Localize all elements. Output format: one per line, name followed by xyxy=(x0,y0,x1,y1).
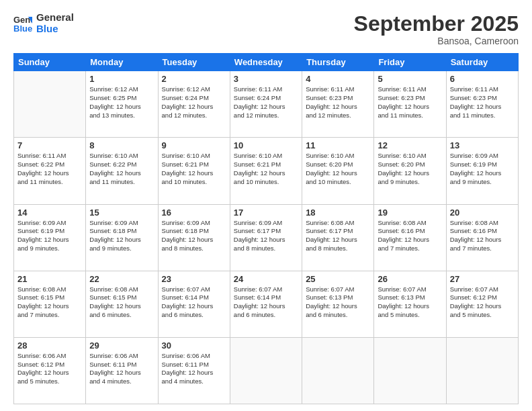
calendar-cell: 4Sunrise: 6:11 AM Sunset: 6:23 PM Daylig… xyxy=(302,71,374,138)
calendar-cell: 30Sunrise: 6:06 AM Sunset: 6:11 PM Dayli… xyxy=(158,337,230,404)
cell-sun-info: Sunrise: 6:11 AM Sunset: 6:23 PM Dayligh… xyxy=(306,85,370,120)
day-number: 16 xyxy=(162,208,226,218)
cell-sun-info: Sunrise: 6:09 AM Sunset: 6:18 PM Dayligh… xyxy=(89,219,154,253)
day-number: 23 xyxy=(162,274,226,284)
day-number: 29 xyxy=(89,340,154,351)
calendar-cell: 19Sunrise: 6:08 AM Sunset: 6:16 PM Dayli… xyxy=(374,204,446,271)
logo-general: General xyxy=(36,12,74,24)
calendar-cell: 26Sunrise: 6:07 AM Sunset: 6:13 PM Dayli… xyxy=(374,271,446,337)
day-number: 19 xyxy=(378,208,442,218)
cell-sun-info: Sunrise: 6:11 AM Sunset: 6:24 PM Dayligh… xyxy=(234,85,298,120)
col-header-tuesday: Tuesday xyxy=(158,54,230,71)
cell-sun-info: Sunrise: 6:06 AM Sunset: 6:11 PM Dayligh… xyxy=(89,352,154,386)
cell-sun-info: Sunrise: 6:07 AM Sunset: 6:13 PM Dayligh… xyxy=(306,285,370,320)
calendar-cell xyxy=(302,337,374,404)
day-number: 26 xyxy=(378,274,442,284)
calendar-cell: 20Sunrise: 6:08 AM Sunset: 6:16 PM Dayli… xyxy=(446,204,518,271)
cell-sun-info: Sunrise: 6:09 AM Sunset: 6:19 PM Dayligh… xyxy=(450,152,515,186)
day-number: 13 xyxy=(450,140,515,150)
calendar-cell: 17Sunrise: 6:09 AM Sunset: 6:17 PM Dayli… xyxy=(230,204,302,271)
month-title: September 2025 xyxy=(354,12,519,36)
day-number: 1 xyxy=(89,74,154,84)
calendar-cell: 25Sunrise: 6:07 AM Sunset: 6:13 PM Dayli… xyxy=(302,271,374,337)
day-number: 28 xyxy=(17,340,82,351)
cell-sun-info: Sunrise: 6:08 AM Sunset: 6:15 PM Dayligh… xyxy=(17,285,82,320)
day-number: 2 xyxy=(162,74,226,84)
cell-sun-info: Sunrise: 6:09 AM Sunset: 6:19 PM Dayligh… xyxy=(17,219,82,253)
logo: General Blue General Blue xyxy=(13,12,74,34)
day-number: 6 xyxy=(450,74,515,84)
calendar-cell: 21Sunrise: 6:08 AM Sunset: 6:15 PM Dayli… xyxy=(14,271,86,337)
calendar-cell: 5Sunrise: 6:11 AM Sunset: 6:23 PM Daylig… xyxy=(374,71,446,138)
cell-sun-info: Sunrise: 6:10 AM Sunset: 6:20 PM Dayligh… xyxy=(378,152,442,186)
day-number: 10 xyxy=(234,140,298,150)
page: General Blue General Blue September 2025… xyxy=(0,0,532,411)
cell-sun-info: Sunrise: 6:06 AM Sunset: 6:11 PM Dayligh… xyxy=(162,352,226,386)
calendar-cell: 11Sunrise: 6:10 AM Sunset: 6:20 PM Dayli… xyxy=(302,138,374,204)
col-header-wednesday: Wednesday xyxy=(230,54,302,71)
day-number: 14 xyxy=(17,208,82,218)
cell-sun-info: Sunrise: 6:08 AM Sunset: 6:16 PM Dayligh… xyxy=(378,219,442,253)
calendar-cell xyxy=(14,71,86,138)
day-number: 21 xyxy=(17,274,82,284)
calendar-cell: 12Sunrise: 6:10 AM Sunset: 6:20 PM Dayli… xyxy=(374,138,446,204)
cell-sun-info: Sunrise: 6:12 AM Sunset: 6:25 PM Dayligh… xyxy=(89,85,154,120)
calendar-header-row: SundayMondayTuesdayWednesdayThursdayFrid… xyxy=(14,54,519,71)
calendar-cell: 23Sunrise: 6:07 AM Sunset: 6:14 PM Dayli… xyxy=(158,271,230,337)
cell-sun-info: Sunrise: 6:06 AM Sunset: 6:12 PM Dayligh… xyxy=(17,352,82,386)
calendar-cell: 15Sunrise: 6:09 AM Sunset: 6:18 PM Dayli… xyxy=(86,204,158,271)
calendar-cell: 24Sunrise: 6:07 AM Sunset: 6:14 PM Dayli… xyxy=(230,271,302,337)
day-number: 8 xyxy=(89,140,154,150)
col-header-friday: Friday xyxy=(374,54,446,71)
col-header-saturday: Saturday xyxy=(446,54,518,71)
week-row-5: 28Sunrise: 6:06 AM Sunset: 6:12 PM Dayli… xyxy=(14,337,519,404)
cell-sun-info: Sunrise: 6:07 AM Sunset: 6:14 PM Dayligh… xyxy=(234,285,298,320)
calendar-cell xyxy=(230,337,302,404)
calendar-cell: 3Sunrise: 6:11 AM Sunset: 6:24 PM Daylig… xyxy=(230,71,302,138)
calendar-cell: 29Sunrise: 6:06 AM Sunset: 6:11 PM Dayli… xyxy=(86,337,158,404)
cell-sun-info: Sunrise: 6:10 AM Sunset: 6:21 PM Dayligh… xyxy=(162,152,226,186)
cell-sun-info: Sunrise: 6:08 AM Sunset: 6:15 PM Dayligh… xyxy=(89,285,154,320)
col-header-sunday: Sunday xyxy=(14,54,86,71)
calendar-cell xyxy=(446,337,518,404)
day-number: 30 xyxy=(162,340,226,351)
day-number: 11 xyxy=(306,140,370,150)
day-number: 20 xyxy=(450,208,515,218)
calendar-cell: 10Sunrise: 6:10 AM Sunset: 6:21 PM Dayli… xyxy=(230,138,302,204)
calendar-cell: 1Sunrise: 6:12 AM Sunset: 6:25 PM Daylig… xyxy=(86,71,158,138)
title-area: September 2025 Bansoa, Cameroon xyxy=(354,12,519,46)
day-number: 24 xyxy=(234,274,298,284)
cell-sun-info: Sunrise: 6:11 AM Sunset: 6:22 PM Dayligh… xyxy=(17,152,82,186)
calendar-cell: 13Sunrise: 6:09 AM Sunset: 6:19 PM Dayli… xyxy=(446,138,518,204)
cell-sun-info: Sunrise: 6:09 AM Sunset: 6:17 PM Dayligh… xyxy=(234,219,298,253)
day-number: 9 xyxy=(162,140,226,150)
calendar-cell: 14Sunrise: 6:09 AM Sunset: 6:19 PM Dayli… xyxy=(14,204,86,271)
day-number: 25 xyxy=(306,274,370,284)
day-number: 7 xyxy=(17,140,82,150)
calendar-cell: 2Sunrise: 6:12 AM Sunset: 6:24 PM Daylig… xyxy=(158,71,230,138)
day-number: 12 xyxy=(378,140,442,150)
cell-sun-info: Sunrise: 6:07 AM Sunset: 6:13 PM Dayligh… xyxy=(378,285,442,320)
calendar-cell: 6Sunrise: 6:11 AM Sunset: 6:23 PM Daylig… xyxy=(446,71,518,138)
cell-sun-info: Sunrise: 6:12 AM Sunset: 6:24 PM Dayligh… xyxy=(162,85,226,120)
cell-sun-info: Sunrise: 6:11 AM Sunset: 6:23 PM Dayligh… xyxy=(378,85,442,120)
cell-sun-info: Sunrise: 6:07 AM Sunset: 6:14 PM Dayligh… xyxy=(162,285,226,320)
cell-sun-info: Sunrise: 6:11 AM Sunset: 6:23 PM Dayligh… xyxy=(450,85,515,120)
calendar-cell: 16Sunrise: 6:09 AM Sunset: 6:18 PM Dayli… xyxy=(158,204,230,271)
calendar-cell: 27Sunrise: 6:07 AM Sunset: 6:12 PM Dayli… xyxy=(446,271,518,337)
col-header-thursday: Thursday xyxy=(302,54,374,71)
day-number: 27 xyxy=(450,274,515,284)
cell-sun-info: Sunrise: 6:08 AM Sunset: 6:16 PM Dayligh… xyxy=(450,219,515,253)
cell-sun-info: Sunrise: 6:08 AM Sunset: 6:17 PM Dayligh… xyxy=(306,219,370,253)
cell-sun-info: Sunrise: 6:09 AM Sunset: 6:18 PM Dayligh… xyxy=(162,219,226,253)
day-number: 4 xyxy=(306,74,370,84)
day-number: 17 xyxy=(234,208,298,218)
cell-sun-info: Sunrise: 6:10 AM Sunset: 6:20 PM Dayligh… xyxy=(306,152,370,186)
day-number: 22 xyxy=(89,274,154,284)
calendar-table: SundayMondayTuesdayWednesdayThursdayFrid… xyxy=(13,53,519,404)
subtitle: Bansoa, Cameroon xyxy=(354,36,519,46)
calendar-cell xyxy=(374,337,446,404)
svg-text:Blue: Blue xyxy=(13,24,32,33)
day-number: 18 xyxy=(306,208,370,218)
calendar-cell: 9Sunrise: 6:10 AM Sunset: 6:21 PM Daylig… xyxy=(158,138,230,204)
